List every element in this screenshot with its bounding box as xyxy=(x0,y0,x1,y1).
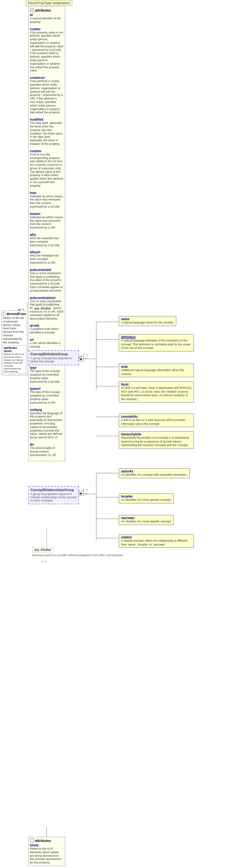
prop-name-label: name xyxy=(121,317,174,321)
derived-from-header: derivedFrom xyxy=(3,312,26,316)
attr-pubconstraint-desc: One or more constraints that apply to pu… xyxy=(30,272,64,292)
concept-rel-label: ConceptRelationshipsGroup xyxy=(31,488,77,492)
attr-why: why Why the metadata has been included -… xyxy=(30,233,64,250)
derived-from-desc: Refers to the ids of elements whose valu… xyxy=(3,316,26,344)
attr-id-name: id xyxy=(30,13,64,17)
prop-sameas-desc: An identifier of a concept with equivale… xyxy=(121,473,187,477)
attr-creator: creator If the property value is not def… xyxy=(30,27,64,75)
bottom-ext-mult: 0..∞ xyxy=(42,560,47,563)
derived-from-attr-id-desc: Refers to the id of elements which value… xyxy=(4,353,25,373)
concept-def-desc: A group of properties required to define… xyxy=(31,356,77,363)
attributes-header: ⬜ attributes xyxy=(30,8,64,12)
prop-note-label: note xyxy=(121,365,192,369)
diagram-container: → → 0..∞ 0..∞ Flex1PropType (extension) … xyxy=(0,0,226,868)
box-icon: ⬜ xyxy=(30,8,34,12)
prop-facet-box: facet In NAR 1.8 and later, facet is dep… xyxy=(119,381,194,403)
concept-relationships-group: ConceptRelationshipsGroup A group of pro… xyxy=(28,486,79,504)
prop-hierarchyinfo-label: hierarchyInfo xyxy=(121,433,192,436)
attr-type-name: type xyxy=(30,366,64,369)
prop-remoteinfo-desc: A link to an item or a web resource whic… xyxy=(121,418,192,426)
attr-pubconstrainturi-name: pubconstrainturi xyxy=(30,296,64,300)
attr-qcode: qcode A qualified code which identifies … xyxy=(30,324,64,337)
prop-definition-desc: A natural language definition of the sem… xyxy=(121,339,192,350)
prop-definition-box: definition A natural language definition… xyxy=(119,334,194,351)
attr-how: how Indicates by which means the value w… xyxy=(30,191,64,212)
attr-modified-name: modified xyxy=(30,118,64,121)
attributes-box-bottom: attributes idrefs Refers to the id of el… xyxy=(28,837,65,866)
prop-related-label: related xyxy=(121,535,192,539)
attr-typeuri-desc: The type of the concept assigned as cont… xyxy=(30,391,64,404)
prop-note-box: note Additional natural language informa… xyxy=(119,364,194,377)
prop-narrower-desc: An identifier of a more specific concept… xyxy=(121,520,172,524)
attr-id-dots: ........ xyxy=(30,24,64,27)
attr-dir-desc: The directionality of textual content (e… xyxy=(30,446,64,457)
prop-hierarchyinfo-desc: Represents the position of a concept in … xyxy=(121,436,192,447)
any-other-bottom-label: any ##other xyxy=(34,548,51,552)
concept-def-label: ConceptDefinitionGroup xyxy=(31,352,77,356)
attr-howuri-desc: Indicates by which means the value was e… xyxy=(30,216,64,229)
prop-related-desc: A related concept, where the relationshi… xyxy=(121,539,192,547)
attr-custom: custom If set to true the corresponding … xyxy=(30,149,64,190)
title-bar: Flex1PropType (extension) xyxy=(26,0,72,6)
prop-broader-desc: An identifier of a more generic concept. xyxy=(121,498,172,502)
attr-custom-name: custom xyxy=(30,149,64,153)
prop-hierarchyinfo-box: hierarchyInfo Represents the position of… xyxy=(119,431,194,448)
prop-definition-label: definition xyxy=(121,335,192,339)
attr-modified: modified The date (and, optionally, the … xyxy=(30,118,64,149)
extension-label: Extension point for provider-defined pro… xyxy=(32,554,123,557)
attr-uri: uri A URI which identifies a concept. ..… xyxy=(30,338,64,351)
concept-rel-desc: A group of properties required to indica… xyxy=(31,492,77,502)
prop-related-box: related A related concept, where the rel… xyxy=(119,534,194,548)
attr-typeuri: typeuri The type of the concept assigned… xyxy=(30,387,64,407)
prop-name-box: name A natural language name for the con… xyxy=(119,316,176,326)
any-other-top-label: any ##other xyxy=(34,307,51,310)
attr-dir-name: dir xyxy=(30,443,64,446)
attr-howuri-name: howuri xyxy=(30,212,64,216)
attr-how-desc: Indicates by which means the value was e… xyxy=(30,195,64,209)
attributes-bottom-label: attributes xyxy=(35,839,51,843)
attr-id: id A natural identifier of the property.… xyxy=(30,13,64,27)
attr-qcode-name: qcode xyxy=(30,324,64,327)
derived-from-attributes: attributes idrefs Refers to the id of el… xyxy=(3,345,26,374)
attr-uri-desc: A URI which identifies a concept. xyxy=(30,341,64,348)
attr-bottom-icon xyxy=(30,838,34,843)
attr-whyuri-name: whyuri xyxy=(30,250,64,254)
attr-uri-name: uri xyxy=(30,338,64,341)
attr-xmllang-name: xmllang xyxy=(30,408,64,412)
attr-creatoruri: creatoruri If the attribute is empty, sp… xyxy=(30,76,64,117)
prop-name-desc: A natural language name for the concept. xyxy=(121,321,174,325)
attr-creator-name: creator xyxy=(30,27,64,31)
attr-idrefs-desc: Refers to the id of elements which value… xyxy=(30,847,64,864)
prop-remoteinfo-box: remoteInfo A link to an item or a web re… xyxy=(119,413,194,427)
attr-whyuri-desc: Why the metadata has been included - exp… xyxy=(30,254,64,264)
any-other-top: any ##other xyxy=(32,306,53,311)
attr-how-name: how xyxy=(30,191,64,195)
attr-modified-desc: The date (and, optionally, the time) whe… xyxy=(30,121,64,146)
attributes-bottom-header: attributes xyxy=(30,838,64,843)
derived-from-label: derivedFrom xyxy=(6,312,26,316)
prop-narrower-box: narrower An identifier of a more specifi… xyxy=(119,515,174,525)
concept-definition-group: ConceptDefinitionGroup A group of proper… xyxy=(28,350,79,365)
attr-typeuri-name: typeuri xyxy=(30,387,64,391)
prop-sameas-box: sameAs An identifier of a concept with e… xyxy=(119,468,190,478)
title-text: Flex1PropType (extension) xyxy=(28,1,70,5)
attr-bottom-idrefs: idrefs Refers to the id of elements whic… xyxy=(30,843,64,864)
attr-dir: dir The directionality of textual conten… xyxy=(30,443,64,460)
attr-pubconstraint: pubconstraint One or more constraints th… xyxy=(30,268,64,296)
attr-pubconstraint-name: pubconstraint xyxy=(30,268,64,272)
attr-xmllang-desc: Specifies the language of this property … xyxy=(30,412,64,439)
attr-xmllang: xmllang Specifies the language of this p… xyxy=(30,408,64,442)
derived-from-attr-header: attributes xyxy=(4,346,25,349)
attr-whyuri: whyuri Why the metadata has been include… xyxy=(30,250,64,267)
attr-creator-desc: If the property value is not defined, sp… xyxy=(30,31,64,73)
attr-type: type The type of the concept assigned as… xyxy=(30,366,64,386)
attr-howuri: howuri Indicates by which means the valu… xyxy=(30,212,64,232)
derived-from-box: derivedFrom Refers to the ids of element… xyxy=(2,311,27,375)
prop-facet-label: facet xyxy=(121,383,192,386)
seq-indicator-rel: ▶ xyxy=(79,491,83,496)
derived-from-icon xyxy=(3,312,6,316)
attributes-label: attributes xyxy=(35,8,51,12)
attr-idrefs-name: idrefs xyxy=(30,843,64,847)
prop-narrower-label: narrower xyxy=(121,516,172,520)
seq-indicator-def: ▶ xyxy=(79,356,83,361)
